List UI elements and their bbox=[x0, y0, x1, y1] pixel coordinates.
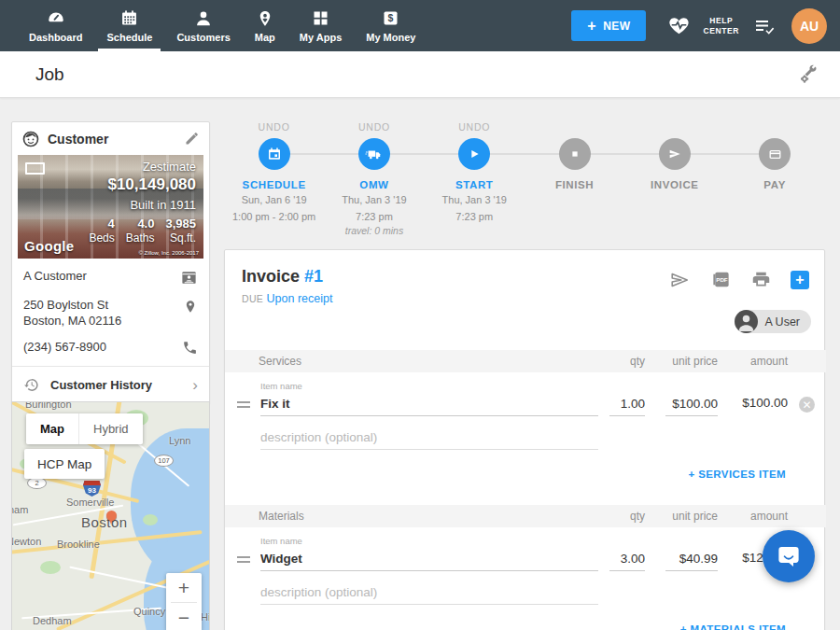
calendar-icon bbox=[266, 146, 283, 162]
heart-pulse-icon[interactable] bbox=[666, 14, 692, 37]
chat-widget-button[interactable] bbox=[763, 530, 815, 582]
service-description-input[interactable] bbox=[260, 426, 598, 450]
drag-handle[interactable] bbox=[237, 401, 250, 411]
checklist-icon[interactable] bbox=[752, 15, 777, 37]
invoice-number[interactable]: #1 bbox=[304, 267, 323, 286]
step-time: 1:00 pm - 2:00 pm bbox=[224, 210, 324, 224]
amount-column-header: amount bbox=[750, 510, 788, 523]
nav-label: My Money bbox=[366, 32, 415, 43]
nav-right: + NEW HELP CENTER AU bbox=[571, 8, 827, 44]
step-label: INVOICE bbox=[624, 179, 724, 190]
timeline-step-omw: UNDO OMW Thu, Jan 3 '19 7:23 pm travel: … bbox=[324, 121, 424, 236]
money-icon: $ bbox=[381, 7, 400, 29]
map-label-newton: Newton bbox=[11, 536, 41, 547]
unit-price-column-header: unit price bbox=[672, 510, 718, 523]
phone-icon[interactable] bbox=[182, 339, 198, 356]
qty-column-header: qty bbox=[630, 355, 645, 368]
map-type-map-button[interactable]: Map bbox=[26, 413, 78, 444]
hcp-map-button[interactable]: HCP Map bbox=[24, 449, 105, 479]
drag-handle[interactable] bbox=[237, 556, 250, 566]
service-unit-price-input[interactable] bbox=[665, 392, 718, 416]
invoice-card: Invoice #1 DUE Upon receipt PDF + A User bbox=[224, 249, 825, 630]
plus-icon: + bbox=[587, 19, 596, 34]
nav-item-map[interactable]: Map bbox=[243, 0, 287, 51]
property-stats: 4 Beds 4.0 Baths 3,985 Sq.ft. bbox=[89, 217, 196, 245]
map-type-hybrid-button[interactable]: Hybrid bbox=[78, 413, 143, 444]
step-date: Sun, Jan 6 '19 bbox=[224, 193, 324, 207]
user-avatar[interactable]: AU bbox=[791, 8, 827, 44]
address-line2: Boston, MA 02116 bbox=[23, 314, 121, 328]
add-invoice-button[interactable]: + bbox=[791, 271, 809, 289]
finish-step-button[interactable] bbox=[559, 138, 591, 170]
customer-card-title: Customer bbox=[48, 132, 108, 147]
edit-pencil-icon[interactable] bbox=[184, 131, 200, 147]
customer-history-row[interactable]: Customer History › bbox=[12, 367, 209, 403]
top-nav: Dashboard Schedule Customers Map bbox=[0, 0, 840, 51]
remove-service-button[interactable]: ✕ bbox=[799, 397, 815, 413]
material-name-input[interactable] bbox=[260, 547, 598, 571]
nav-label: Map bbox=[255, 32, 275, 43]
due-value-link[interactable]: Upon receipt bbox=[267, 292, 333, 305]
nav-item-dashboard[interactable]: Dashboard bbox=[17, 0, 94, 51]
nav-label: Customers bbox=[176, 32, 230, 43]
timeline-step-start: UNDO START Thu, Jan 3 '19 7:23 pm bbox=[425, 121, 525, 236]
interstate-93-shield: 93 bbox=[83, 481, 101, 497]
invoice-title-text: Invoice bbox=[242, 267, 300, 286]
map-park bbox=[143, 514, 158, 525]
customer-card-header: Customer bbox=[12, 122, 209, 155]
qty-column-header: qty bbox=[630, 510, 645, 523]
undo-link[interactable]: UNDO bbox=[324, 121, 424, 133]
pdf-icon[interactable]: PDF bbox=[710, 269, 732, 290]
step-label: START bbox=[425, 179, 525, 190]
material-qty-input[interactable] bbox=[609, 547, 645, 571]
add-materials-item-link[interactable]: + MATERIALS ITEM bbox=[680, 623, 786, 630]
nav-item-my-apps[interactable]: My Apps bbox=[287, 0, 354, 51]
history-icon bbox=[23, 377, 39, 393]
material-unit-price-input[interactable] bbox=[665, 547, 718, 571]
new-button[interactable]: + NEW bbox=[571, 10, 646, 41]
street-view-icon bbox=[25, 162, 45, 175]
undo-link[interactable]: UNDO bbox=[224, 121, 324, 133]
step-time: 7:23 pm bbox=[324, 210, 424, 224]
contact-card-icon[interactable] bbox=[180, 268, 198, 287]
stop-icon bbox=[568, 147, 581, 161]
step-label: PAY bbox=[724, 179, 824, 190]
add-services-item-link[interactable]: + SERVICES ITEM bbox=[688, 469, 786, 480]
svg-text:PDF: PDF bbox=[716, 276, 728, 283]
zillow-copyright: © Zillow, Inc. 2006-2017 bbox=[139, 250, 199, 256]
chevron-right-icon: › bbox=[192, 377, 198, 393]
help-center-link[interactable]: HELP CENTER bbox=[703, 16, 739, 35]
pay-step-button[interactable] bbox=[759, 138, 791, 170]
zoom-in-button[interactable]: + bbox=[166, 573, 202, 602]
material-description-input[interactable] bbox=[260, 581, 598, 605]
nav-item-customers[interactable]: Customers bbox=[164, 0, 242, 51]
zoom-out-button[interactable]: − bbox=[166, 603, 202, 630]
mini-map[interactable]: Burlington Lynn Somerville Boston ham Ne… bbox=[11, 401, 210, 630]
property-photo: Zestimate $10,149,080 Built in 1911 4 Be… bbox=[18, 155, 203, 259]
address-line1: 250 Boylston St bbox=[23, 298, 108, 312]
item-name-label: Item name bbox=[260, 381, 302, 391]
service-name-input[interactable] bbox=[260, 392, 598, 416]
start-step-button[interactable] bbox=[458, 138, 490, 170]
undo-link[interactable]: UNDO bbox=[425, 121, 525, 133]
schedule-step-button[interactable] bbox=[259, 138, 290, 170]
page-title: Job bbox=[35, 64, 64, 85]
invoice-step-button[interactable] bbox=[659, 138, 691, 170]
new-button-label: NEW bbox=[603, 20, 631, 33]
nav-item-my-money[interactable]: $ My Money bbox=[354, 0, 427, 51]
nav-item-schedule[interactable]: Schedule bbox=[94, 0, 164, 51]
map-type-control: Map Hybrid bbox=[26, 413, 143, 444]
job-tools-icon[interactable] bbox=[797, 63, 819, 86]
send-invoice-icon[interactable] bbox=[668, 270, 691, 290]
map-label-lynn: Lynn bbox=[169, 435, 190, 446]
dashboard-icon bbox=[46, 7, 66, 29]
map-label-dedham: Dedham bbox=[33, 615, 72, 626]
omw-step-button[interactable] bbox=[358, 138, 390, 170]
location-pin-icon[interactable] bbox=[183, 297, 198, 315]
print-icon[interactable] bbox=[751, 270, 771, 289]
nav-label: Schedule bbox=[106, 32, 152, 43]
assigned-user-pill[interactable]: A User bbox=[735, 310, 811, 333]
map-pin-icon bbox=[256, 7, 274, 29]
service-qty-input[interactable] bbox=[609, 392, 645, 416]
timeline-step-invoice: INVOICE bbox=[624, 121, 724, 236]
